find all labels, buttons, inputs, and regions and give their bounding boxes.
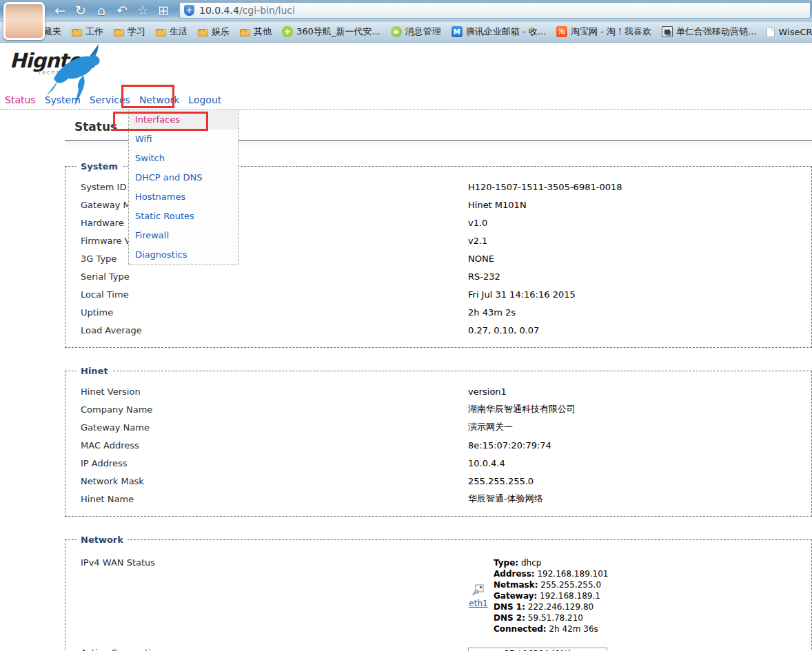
wan-detail-line: DNS 1: 222.246.129.80	[494, 601, 608, 612]
bookmark-item[interactable]: 淘宝网 - 淘！我喜欢	[556, 25, 651, 38]
site-header: Hignton technology Status System Service…	[0, 43, 812, 110]
brand-logo: Hignton technology	[10, 51, 94, 76]
bookmark-item[interactable]: 腾讯企业邮箱 - 收...	[451, 25, 546, 38]
hinet-section: Hinet Hinet Version version1 Company Nam…	[65, 366, 812, 517]
wan-interface-link[interactable]: eth1	[469, 599, 487, 608]
browser-toolbar: ← ↻ ⌂ ↶ ☆ ⊞ + 10.0.4.4/cgi-bin/luci	[0, 0, 812, 21]
nav-item[interactable]: Network	[139, 94, 179, 105]
dropdown-menu-item[interactable]: Interfaces	[129, 110, 238, 130]
wan-detail-line: Connected: 2h 42m 36s	[494, 623, 608, 634]
field-value: 8e:15:07:20:79:74	[468, 440, 551, 451]
network-dropdown-menu: Interfaces Wifi Switch DHCP and DNS Host…	[128, 110, 238, 265]
table-row: Load Average 0.27, 0.10, 0.07	[65, 321, 811, 339]
main-nav: Status System Services Network Logout	[0, 94, 221, 105]
table-row: Gateway Name 演示网关一	[65, 418, 811, 436]
dropdown-menu-item[interactable]: Diagnostics	[129, 245, 238, 265]
bookmark-item[interactable]: 生活	[156, 25, 187, 38]
nav-item[interactable]: Logout	[188, 94, 221, 105]
field-label: Load Average	[81, 325, 468, 335]
ethernet-adapter-icon	[472, 584, 485, 596]
bookmark-icon	[767, 27, 775, 37]
wan-detail-key: Type:	[494, 558, 518, 568]
field-label: Local Time	[81, 289, 468, 300]
site-safety-shield-icon[interactable]: +	[184, 5, 194, 16]
nav-item[interactable]: Services	[90, 94, 130, 105]
bookmark-label: 单仁合强移动营销...	[676, 25, 756, 38]
field-label: Network Mask	[81, 476, 468, 486]
wan-detail-line: Type: dhcp	[494, 557, 608, 568]
field-value: 湖南华辰智通科技有限公司	[468, 403, 576, 415]
network-section-legend: Network	[77, 535, 128, 545]
nav-item[interactable]: System	[45, 94, 81, 105]
bookmark-icon	[391, 26, 402, 37]
bookmark-icon	[662, 26, 673, 37]
bookmark-icon	[451, 26, 463, 37]
browser-avatar[interactable]	[3, 2, 45, 40]
apps-grid-icon[interactable]: ⊞	[153, 1, 174, 19]
field-value: version1	[468, 386, 507, 397]
bookmark-item[interactable]: 学习	[114, 25, 145, 38]
wan-detail-value: 255.255.255.0	[538, 580, 601, 590]
dropdown-menu-item[interactable]: Hostnames	[129, 187, 238, 207]
refresh-icon[interactable]: ↻	[70, 1, 91, 19]
field-value: NONE	[468, 254, 494, 264]
bookmark-label: 学习	[128, 25, 145, 38]
url-text[interactable]: 10.0.4.4/cgi-bin/luci	[199, 5, 295, 16]
dropdown-menu-item[interactable]: Static Routes	[129, 207, 238, 226]
bookmark-item[interactable]: WiseCRM NBS - ...	[767, 27, 812, 37]
bookmark-label: 其他	[254, 25, 272, 38]
bookmark-item[interactable]: 工作	[72, 25, 103, 38]
bookmark-item[interactable]: 消息管理	[391, 25, 441, 38]
field-label: Serial Type	[81, 271, 468, 282]
field-value: RS-232	[468, 271, 500, 282]
favorites-star-icon[interactable]: ☆	[132, 1, 153, 19]
dropdown-menu-item[interactable]: DHCP and DNS	[129, 168, 238, 187]
wan-detail-line: Netmask: 255.255.255.0	[494, 579, 608, 590]
dropdown-menu-item[interactable]: Switch	[129, 149, 238, 168]
hinet-rows: Hinet Version version1 Company Name 湖南华辰…	[65, 382, 811, 508]
bookmark-item[interactable]: 其他	[240, 25, 272, 38]
back-icon[interactable]: ←	[50, 1, 70, 19]
field-value: v1.0	[468, 218, 487, 228]
bookmark-icon	[240, 29, 250, 37]
dropdown-menu-item[interactable]: Wifi	[129, 130, 238, 149]
wan-detail-value: 2h 42m 36s	[547, 624, 598, 634]
wan-details: Type: dhcp Address: 192.168.189.101 Netm…	[494, 557, 608, 634]
address-bar[interactable]: + 10.0.4.4/cgi-bin/luci	[179, 2, 811, 19]
home-icon[interactable]: ⌂	[91, 1, 112, 19]
table-row: Company Name 湖南华辰智通科技有限公司	[65, 400, 811, 418]
field-label: IPv4 WAN Status	[81, 557, 468, 568]
connections-progress-text: 27 / 16384 (0%)	[504, 649, 571, 651]
wan-detail-value: dhcp	[518, 558, 541, 568]
undo-icon[interactable]: ↶	[112, 1, 132, 19]
bookmark-item[interactable]: 360导航_新一代安...	[282, 25, 380, 38]
bookmark-label: 生活	[170, 25, 187, 38]
bookmark-item[interactable]: 娱乐	[198, 25, 230, 38]
bookmark-label: WiseCRM NBS - ...	[778, 27, 812, 37]
wan-detail-line: DNS 2: 59.51.78.210	[494, 612, 608, 623]
table-row: Network Mask 255.255.255.0	[65, 472, 811, 490]
field-label: IP Address	[81, 458, 468, 468]
wan-status-row: IPv4 WAN Status eth1 Type: dhcp	[65, 551, 811, 634]
field-label: Gateway Name	[81, 422, 468, 433]
wan-detail-line: Address: 192.168.189.101	[494, 568, 608, 579]
table-row: Serial Type RS-232	[65, 267, 811, 285]
wan-detail-key: DNS 2:	[494, 613, 525, 623]
bookmark-icon	[156, 29, 166, 37]
field-value: Hinet M101N	[468, 200, 527, 210]
wan-detail-key: Gateway:	[494, 591, 537, 601]
field-value: v2.1	[468, 236, 487, 246]
dropdown-menu-item[interactable]: Firewall	[129, 226, 238, 245]
nav-item[interactable]: Status	[5, 94, 36, 105]
active-connections-row: Active Connections 27 / 16384 (0%)	[65, 643, 811, 651]
bookmark-icon	[198, 29, 208, 37]
bookmark-icon	[556, 26, 567, 37]
field-value: Fri Jul 31 14:16:16 2015	[468, 289, 576, 300]
active-connections-value: 27 / 16384 (0%)	[468, 645, 607, 651]
bookmark-icon	[282, 26, 293, 37]
wan-detail-key: Address:	[494, 569, 535, 579]
field-value: 华辰智通-体验网络	[468, 493, 543, 505]
bookmark-item[interactable]: 单仁合强移动营销...	[662, 25, 756, 38]
bookmark-label: 工作	[85, 25, 103, 38]
wan-status-block: eth1 Type: dhcp Address: 192.168.189.101…	[468, 557, 608, 634]
